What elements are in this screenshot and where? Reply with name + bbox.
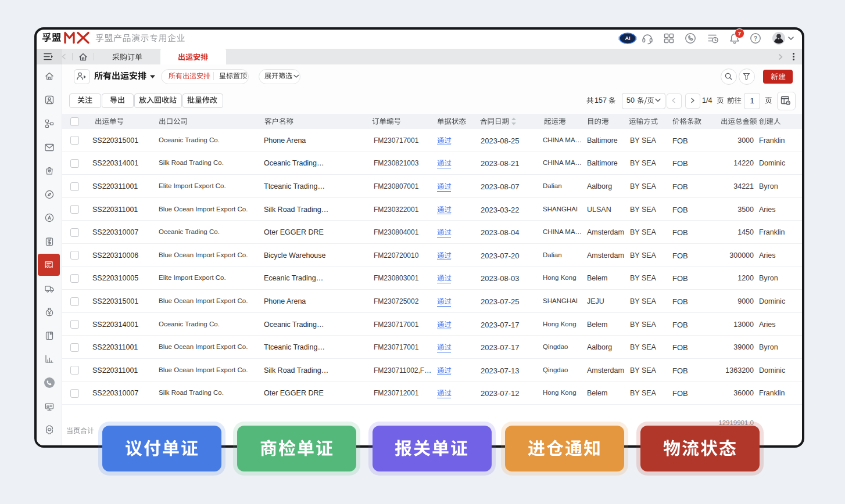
svg-text:AI: AI xyxy=(625,35,631,41)
svg-text:?: ? xyxy=(754,35,757,42)
